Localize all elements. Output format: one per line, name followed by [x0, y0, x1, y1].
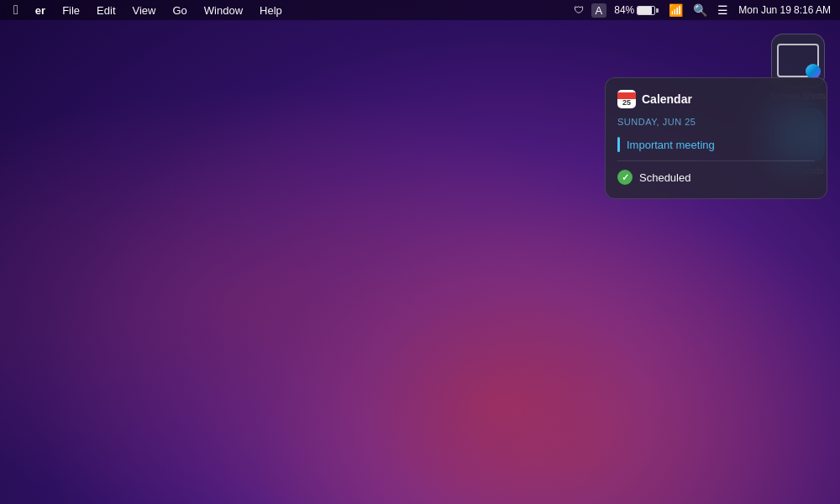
- spotlight-icon[interactable]: 🔍: [690, 3, 710, 17]
- event-name-label: Important meeting: [627, 139, 715, 151]
- menubar-help[interactable]: Help: [253, 3, 289, 18]
- battery-status[interactable]: 84%: [612, 4, 661, 16]
- input-source-indicator[interactable]: A: [591, 3, 607, 18]
- battery-pct-label: 84%: [614, 4, 634, 16]
- menubar-app-name[interactable]: er: [29, 3, 52, 18]
- date-label: Mon Jun 19: [738, 4, 791, 16]
- menubar-view[interactable]: View: [126, 3, 163, 18]
- scheduled-check-icon: ✓: [617, 170, 633, 185]
- menubar-file[interactable]: File: [55, 3, 87, 18]
- menubar:  er File Edit View Go Window Help 🛡 A 8…: [0, 0, 840, 20]
- desktop:  er File Edit View Go Window Help 🛡 A 8…: [0, 0, 840, 504]
- menubar-window[interactable]: Window: [197, 3, 249, 18]
- wifi-icon[interactable]: 📶: [666, 3, 685, 17]
- checkmark-icon: ✓: [622, 172, 629, 183]
- apple-menu[interactable]: : [7, 3, 25, 18]
- shield-icon[interactable]: 🛡: [571, 4, 586, 16]
- calendar-widget[interactable]: 25 Calendar SUNDAY, JUN 25 Important mee…: [605, 77, 827, 199]
- menubar-go[interactable]: Go: [165, 3, 193, 18]
- calendar-app-icon: 25: [617, 90, 636, 108]
- widget-divider: [617, 160, 815, 161]
- battery-icon: [637, 6, 659, 15]
- scheduled-item[interactable]: ✓ Scheduled: [617, 166, 815, 188]
- widget-date-label: SUNDAY, JUN 25: [617, 117, 815, 127]
- menubar-edit[interactable]: Edit: [90, 3, 122, 18]
- scheduled-label: Scheduled: [639, 171, 690, 184]
- widget-header: 25 Calendar: [617, 90, 815, 108]
- datetime-display: Mon Jun 19 8:16 AM: [736, 4, 833, 16]
- menubar-left:  er File Edit View Go Window Help: [7, 3, 289, 18]
- event-color-indicator: [617, 137, 620, 152]
- control-center-icon[interactable]: ☰: [715, 3, 731, 17]
- widget-title: Calendar: [642, 92, 692, 106]
- time-label: 8:16 AM: [794, 4, 831, 16]
- menubar-right: 🛡 A 84% 📶 🔍 ☰ Mon Jun 19: [571, 3, 833, 18]
- screenshot-inner-frame: [777, 44, 819, 77]
- calendar-icon-date-num: 25: [622, 99, 631, 107]
- calendar-event-item[interactable]: Important meeting: [617, 134, 815, 155]
